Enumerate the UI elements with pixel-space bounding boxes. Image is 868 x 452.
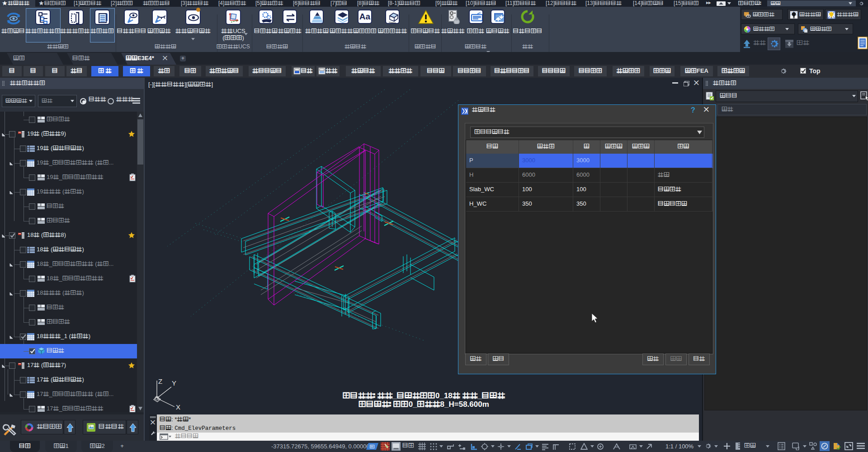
svg-text:Y: Y [172,379,176,387]
svg-text:Z: Z [158,377,162,385]
svg-text:板: 板 [370,444,375,449]
